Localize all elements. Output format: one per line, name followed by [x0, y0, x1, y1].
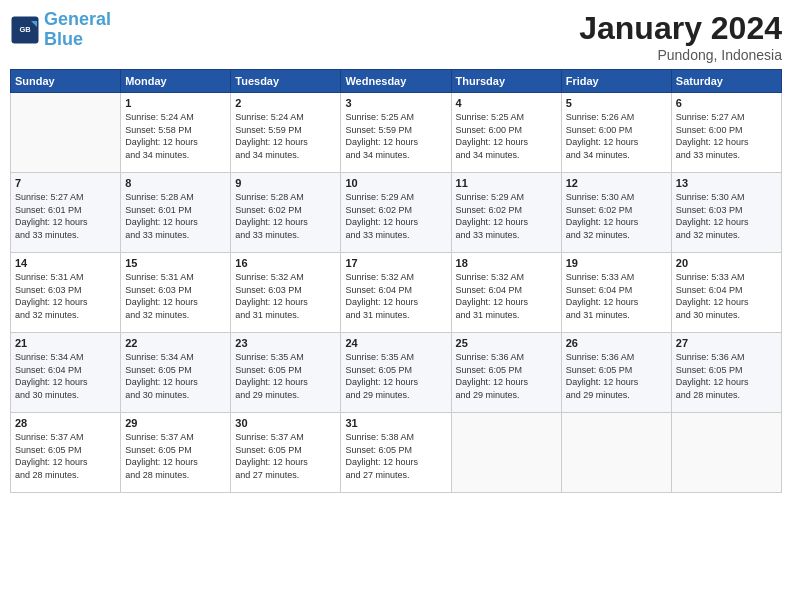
calendar-week-row: 7Sunrise: 5:27 AM Sunset: 6:01 PM Daylig…: [11, 173, 782, 253]
calendar-cell: 11Sunrise: 5:29 AM Sunset: 6:02 PM Dayli…: [451, 173, 561, 253]
day-number: 9: [235, 177, 336, 189]
day-info: Sunrise: 5:29 AM Sunset: 6:02 PM Dayligh…: [345, 191, 446, 241]
day-info: Sunrise: 5:32 AM Sunset: 6:04 PM Dayligh…: [345, 271, 446, 321]
calendar-cell: 6Sunrise: 5:27 AM Sunset: 6:00 PM Daylig…: [671, 93, 781, 173]
calendar-cell: 15Sunrise: 5:31 AM Sunset: 6:03 PM Dayli…: [121, 253, 231, 333]
calendar-cell: 10Sunrise: 5:29 AM Sunset: 6:02 PM Dayli…: [341, 173, 451, 253]
day-info: Sunrise: 5:27 AM Sunset: 6:00 PM Dayligh…: [676, 111, 777, 161]
day-info: Sunrise: 5:37 AM Sunset: 6:05 PM Dayligh…: [235, 431, 336, 481]
calendar-cell: 7Sunrise: 5:27 AM Sunset: 6:01 PM Daylig…: [11, 173, 121, 253]
calendar-week-row: 21Sunrise: 5:34 AM Sunset: 6:04 PM Dayli…: [11, 333, 782, 413]
calendar-header-cell: Wednesday: [341, 70, 451, 93]
calendar-body: 1Sunrise: 5:24 AM Sunset: 5:58 PM Daylig…: [11, 93, 782, 493]
day-number: 1: [125, 97, 226, 109]
calendar-cell: 23Sunrise: 5:35 AM Sunset: 6:05 PM Dayli…: [231, 333, 341, 413]
calendar-cell: 4Sunrise: 5:25 AM Sunset: 6:00 PM Daylig…: [451, 93, 561, 173]
day-number: 12: [566, 177, 667, 189]
calendar-cell: 18Sunrise: 5:32 AM Sunset: 6:04 PM Dayli…: [451, 253, 561, 333]
day-number: 11: [456, 177, 557, 189]
calendar-header-cell: Tuesday: [231, 70, 341, 93]
location: Pundong, Indonesia: [579, 47, 782, 63]
calendar-cell: 27Sunrise: 5:36 AM Sunset: 6:05 PM Dayli…: [671, 333, 781, 413]
day-info: Sunrise: 5:27 AM Sunset: 6:01 PM Dayligh…: [15, 191, 116, 241]
day-number: 3: [345, 97, 446, 109]
day-info: Sunrise: 5:33 AM Sunset: 6:04 PM Dayligh…: [566, 271, 667, 321]
calendar-cell: 21Sunrise: 5:34 AM Sunset: 6:04 PM Dayli…: [11, 333, 121, 413]
calendar-cell: 14Sunrise: 5:31 AM Sunset: 6:03 PM Dayli…: [11, 253, 121, 333]
day-info: Sunrise: 5:35 AM Sunset: 6:05 PM Dayligh…: [345, 351, 446, 401]
day-info: Sunrise: 5:25 AM Sunset: 5:59 PM Dayligh…: [345, 111, 446, 161]
month-title: January 2024: [579, 10, 782, 47]
calendar-cell: 9Sunrise: 5:28 AM Sunset: 6:02 PM Daylig…: [231, 173, 341, 253]
day-number: 20: [676, 257, 777, 269]
logo-text2: Blue: [44, 29, 83, 49]
day-info: Sunrise: 5:34 AM Sunset: 6:05 PM Dayligh…: [125, 351, 226, 401]
calendar-cell: [451, 413, 561, 493]
day-number: 22: [125, 337, 226, 349]
day-info: Sunrise: 5:38 AM Sunset: 6:05 PM Dayligh…: [345, 431, 446, 481]
calendar-table: SundayMondayTuesdayWednesdayThursdayFrid…: [10, 69, 782, 493]
day-info: Sunrise: 5:36 AM Sunset: 6:05 PM Dayligh…: [456, 351, 557, 401]
day-number: 16: [235, 257, 336, 269]
day-number: 13: [676, 177, 777, 189]
logo: GB General Blue: [10, 10, 111, 50]
day-number: 25: [456, 337, 557, 349]
day-number: 31: [345, 417, 446, 429]
day-info: Sunrise: 5:25 AM Sunset: 6:00 PM Dayligh…: [456, 111, 557, 161]
day-info: Sunrise: 5:33 AM Sunset: 6:04 PM Dayligh…: [676, 271, 777, 321]
calendar-header-cell: Sunday: [11, 70, 121, 93]
day-number: 27: [676, 337, 777, 349]
day-number: 17: [345, 257, 446, 269]
day-info: Sunrise: 5:31 AM Sunset: 6:03 PM Dayligh…: [15, 271, 116, 321]
day-info: Sunrise: 5:32 AM Sunset: 6:04 PM Dayligh…: [456, 271, 557, 321]
day-number: 6: [676, 97, 777, 109]
calendar-cell: 29Sunrise: 5:37 AM Sunset: 6:05 PM Dayli…: [121, 413, 231, 493]
day-info: Sunrise: 5:36 AM Sunset: 6:05 PM Dayligh…: [566, 351, 667, 401]
logo-text1: General: [44, 9, 111, 29]
calendar-cell: 25Sunrise: 5:36 AM Sunset: 6:05 PM Dayli…: [451, 333, 561, 413]
calendar-cell: 3Sunrise: 5:25 AM Sunset: 5:59 PM Daylig…: [341, 93, 451, 173]
calendar-header-cell: Saturday: [671, 70, 781, 93]
day-number: 19: [566, 257, 667, 269]
day-info: Sunrise: 5:24 AM Sunset: 5:58 PM Dayligh…: [125, 111, 226, 161]
calendar-cell: 30Sunrise: 5:37 AM Sunset: 6:05 PM Dayli…: [231, 413, 341, 493]
calendar-cell: 17Sunrise: 5:32 AM Sunset: 6:04 PM Dayli…: [341, 253, 451, 333]
day-info: Sunrise: 5:35 AM Sunset: 6:05 PM Dayligh…: [235, 351, 336, 401]
day-number: 23: [235, 337, 336, 349]
day-info: Sunrise: 5:37 AM Sunset: 6:05 PM Dayligh…: [15, 431, 116, 481]
calendar-week-row: 1Sunrise: 5:24 AM Sunset: 5:58 PM Daylig…: [11, 93, 782, 173]
calendar-header-cell: Friday: [561, 70, 671, 93]
calendar-header-cell: Monday: [121, 70, 231, 93]
calendar-cell: 26Sunrise: 5:36 AM Sunset: 6:05 PM Dayli…: [561, 333, 671, 413]
day-number: 29: [125, 417, 226, 429]
day-number: 14: [15, 257, 116, 269]
calendar-cell: [11, 93, 121, 173]
calendar-header-cell: Thursday: [451, 70, 561, 93]
day-info: Sunrise: 5:26 AM Sunset: 6:00 PM Dayligh…: [566, 111, 667, 161]
day-number: 28: [15, 417, 116, 429]
day-number: 26: [566, 337, 667, 349]
day-number: 30: [235, 417, 336, 429]
day-number: 2: [235, 97, 336, 109]
day-info: Sunrise: 5:36 AM Sunset: 6:05 PM Dayligh…: [676, 351, 777, 401]
day-info: Sunrise: 5:34 AM Sunset: 6:04 PM Dayligh…: [15, 351, 116, 401]
day-info: Sunrise: 5:29 AM Sunset: 6:02 PM Dayligh…: [456, 191, 557, 241]
calendar-week-row: 28Sunrise: 5:37 AM Sunset: 6:05 PM Dayli…: [11, 413, 782, 493]
calendar-cell: [671, 413, 781, 493]
day-info: Sunrise: 5:28 AM Sunset: 6:02 PM Dayligh…: [235, 191, 336, 241]
day-number: 7: [15, 177, 116, 189]
day-info: Sunrise: 5:24 AM Sunset: 5:59 PM Dayligh…: [235, 111, 336, 161]
day-number: 21: [15, 337, 116, 349]
calendar-cell: 31Sunrise: 5:38 AM Sunset: 6:05 PM Dayli…: [341, 413, 451, 493]
calendar-cell: 1Sunrise: 5:24 AM Sunset: 5:58 PM Daylig…: [121, 93, 231, 173]
day-info: Sunrise: 5:28 AM Sunset: 6:01 PM Dayligh…: [125, 191, 226, 241]
calendar-cell: 22Sunrise: 5:34 AM Sunset: 6:05 PM Dayli…: [121, 333, 231, 413]
day-info: Sunrise: 5:31 AM Sunset: 6:03 PM Dayligh…: [125, 271, 226, 321]
calendar-cell: 19Sunrise: 5:33 AM Sunset: 6:04 PM Dayli…: [561, 253, 671, 333]
calendar-cell: [561, 413, 671, 493]
calendar-cell: 20Sunrise: 5:33 AM Sunset: 6:04 PM Dayli…: [671, 253, 781, 333]
logo-text: General Blue: [44, 10, 111, 50]
day-number: 10: [345, 177, 446, 189]
day-number: 5: [566, 97, 667, 109]
day-number: 15: [125, 257, 226, 269]
